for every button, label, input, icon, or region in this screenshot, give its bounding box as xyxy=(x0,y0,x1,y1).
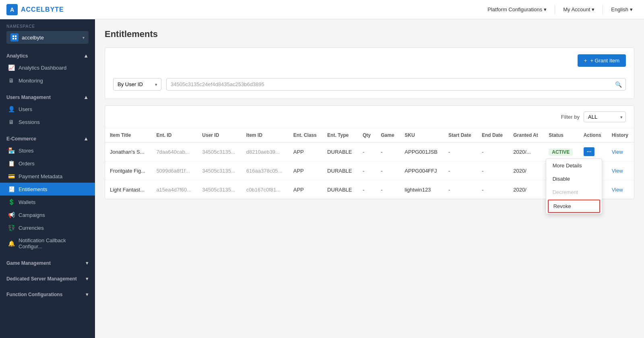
sidebar-section-dedicated-server: Dedicated Server Management ▾ xyxy=(0,270,95,286)
cell-ent-id: 5099d6a8f1f... xyxy=(151,161,197,180)
col-sku: SKU xyxy=(400,128,444,142)
sidebar-item-stores[interactable]: 🏪 Stores xyxy=(0,144,95,157)
cell-granted-at: 2020/... xyxy=(508,142,544,161)
sidebar-item-monitoring[interactable]: 🖥 Monitoring xyxy=(0,74,95,87)
filter-all-select[interactable]: ALL ACTIVE DISABLED REVOKED xyxy=(584,111,626,122)
cell-sku: APPG001JSB xyxy=(400,142,444,161)
view-link[interactable]: View xyxy=(612,149,623,155)
sidebar-item-notification-callback[interactable]: 🔔 Notification Callback Configur... xyxy=(0,234,95,253)
content: Entitlements + + Grant Item By User ID B… xyxy=(95,19,644,338)
sidebar-item-label: Sessions xyxy=(19,119,40,125)
filter-by-label: Filter by xyxy=(561,114,580,120)
account-btn[interactable]: My Account ▾ xyxy=(558,4,599,15)
cell-item-id: c0b167c0f81... xyxy=(242,180,289,199)
function-configurations-title: Function Configurations xyxy=(6,292,62,297)
analytics-section-header[interactable]: Analytics ▲ xyxy=(0,49,95,61)
cell-start-date: - xyxy=(444,142,477,161)
sidebar-item-currencies[interactable]: 💱 Currencies xyxy=(0,221,95,234)
col-actions: Actions xyxy=(579,128,607,142)
table-header: Item Title Ent. ID User ID Item ID Ent. … xyxy=(105,128,634,142)
view-link[interactable]: View xyxy=(612,168,623,174)
ecommerce-section-header[interactable]: E-Commerce ▲ xyxy=(0,132,95,144)
table-body: Jonathan's S... 7daa640cab... 34505c3135… xyxy=(105,142,634,199)
dropdown-more-details[interactable]: More Details xyxy=(546,159,602,172)
sidebar-item-campaigns[interactable]: 📢 Campaigns xyxy=(0,208,95,221)
sidebar-item-users[interactable]: 👤 Users xyxy=(0,103,95,115)
platform-configurations-btn[interactable]: Platform Configurations ▾ xyxy=(483,4,551,15)
namespace-selector[interactable]: accelbyte ▾ xyxy=(6,31,89,44)
topbar-divider-2 xyxy=(603,5,603,14)
language-btn[interactable]: English ▾ xyxy=(606,4,638,15)
namespace-icon xyxy=(10,33,19,41)
topbar-divider xyxy=(555,5,555,14)
col-granted-at: Granted At xyxy=(508,128,544,142)
cell-ent-type: DURABLE xyxy=(322,142,358,161)
view-link[interactable]: View xyxy=(612,187,623,193)
cell-ent-id: 7daa640cab... xyxy=(151,142,197,161)
search-input-wrap: 🔍 xyxy=(166,78,626,91)
plus-icon: + xyxy=(584,58,587,64)
game-management-header[interactable]: Game Management ▾ xyxy=(0,256,95,268)
chevron-down-icon: ▾ xyxy=(86,260,89,266)
cell-sku: lightwin123 xyxy=(400,180,444,199)
cell-game: - xyxy=(376,180,400,199)
function-configurations-header[interactable]: Function Configurations ▾ xyxy=(0,287,95,300)
svg-rect-0 xyxy=(12,35,14,37)
main-layout: NAMESPACE accelbyte ▾ Analytics ▲ 📈 Anal… xyxy=(0,19,644,338)
store-icon: 🏪 xyxy=(8,147,14,154)
sidebar-item-analytics-dashboard[interactable]: 📈 Analytics Dashboard xyxy=(0,61,95,74)
cell-game: - xyxy=(376,161,400,180)
notification-icon: 🔔 xyxy=(8,240,14,247)
chevron-icon: ▲ xyxy=(83,53,89,59)
sidebar-item-orders[interactable]: 📋 Orders xyxy=(0,157,95,170)
sidebar-section-ecommerce: E-Commerce ▲ 🏪 Stores 📋 Orders 💳 Payment… xyxy=(0,130,95,254)
search-bar: By User ID By Item ID By Ent. ID 🔍 xyxy=(105,73,634,99)
cell-qty: - xyxy=(358,142,376,161)
col-ent-type: Ent. Type xyxy=(322,128,358,142)
col-history: History xyxy=(607,128,634,142)
cell-sku: APPG004FFJ xyxy=(400,161,444,180)
sidebar-item-label: Notification Callback Configur... xyxy=(19,237,89,249)
namespace-label: NAMESPACE xyxy=(6,24,89,29)
filter-select[interactable]: By User ID By Item ID By Ent. ID xyxy=(113,78,161,91)
entitlements-table: Item Title Ent. ID User ID Item ID Ent. … xyxy=(105,128,634,199)
sidebar-item-payment-metadata[interactable]: 💳 Payment Metadata xyxy=(0,170,95,183)
cell-game: - xyxy=(376,142,400,161)
search-input[interactable] xyxy=(166,78,626,91)
action-wrap: ··· More Details Disable Decrement Revok… xyxy=(584,147,602,156)
sidebar-item-wallets[interactable]: 💲 Wallets xyxy=(0,196,95,208)
action-dropdown: More Details Disable Decrement Revoke xyxy=(546,159,602,214)
grant-item-button[interactable]: + + Grant Item xyxy=(578,54,626,67)
sidebar: NAMESPACE accelbyte ▾ Analytics ▲ 📈 Anal… xyxy=(0,19,95,338)
action-dots-button[interactable]: ··· xyxy=(584,147,595,156)
col-ent-class: Ent. Class xyxy=(289,128,322,142)
cell-start-date: - xyxy=(444,180,477,199)
sidebar-item-sessions[interactable]: 🖥 Sessions xyxy=(0,115,95,128)
monitor-icon: 🖥 xyxy=(8,77,14,84)
dropdown-revoke[interactable]: Revoke xyxy=(548,200,600,213)
cell-user-id: 34505c3135... xyxy=(197,161,241,180)
cell-ent-class: APP xyxy=(289,161,322,180)
col-ent-id: Ent. ID xyxy=(151,128,197,142)
grant-item-card: + + Grant Item By User ID By Item ID By … xyxy=(105,47,634,99)
col-item-id: Item ID xyxy=(242,128,289,142)
cell-item-title: Frontgate Fig... xyxy=(105,161,151,180)
currencies-icon: 💱 xyxy=(8,225,14,231)
filter-all-wrap: ALL ACTIVE DISABLED REVOKED xyxy=(584,111,626,122)
chevron-down-icon: ▾ xyxy=(86,291,89,297)
search-icon: 🔍 xyxy=(615,81,622,88)
sidebar-section-function-configurations: Function Configurations ▾ xyxy=(0,286,95,301)
cell-qty: - xyxy=(358,161,376,180)
sidebar-item-entitlements[interactable]: 🧾 Entitlements xyxy=(0,183,95,196)
chevron-down-icon: ▾ xyxy=(544,6,547,12)
svg-rect-1 xyxy=(15,35,17,37)
dedicated-server-header[interactable]: Dedicated Server Management ▾ xyxy=(0,272,95,284)
trending-up-icon: 📈 xyxy=(8,64,14,71)
sidebar-item-label: Payment Metadata xyxy=(19,173,62,179)
cell-item-title: Jonathan's S... xyxy=(105,142,151,161)
dropdown-disable[interactable]: Disable xyxy=(546,172,602,185)
cell-ent-type: DURABLE xyxy=(322,180,358,199)
users-section-header[interactable]: Users Management ▲ xyxy=(0,90,95,103)
dropdown-decrement: Decrement xyxy=(546,185,602,199)
col-game: Game xyxy=(376,128,400,142)
